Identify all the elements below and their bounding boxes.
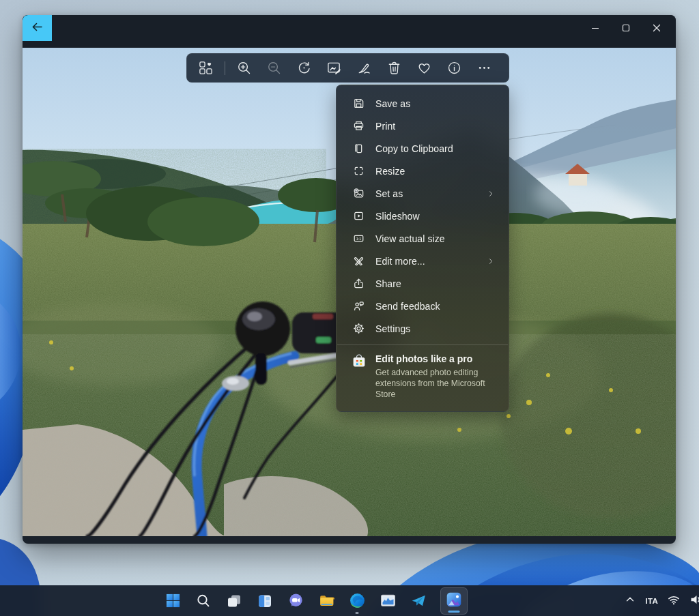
printer-icon xyxy=(352,119,365,133)
file-explorer-icon xyxy=(318,592,335,609)
actual-size-icon: 1:1 xyxy=(352,232,365,246)
teams-chat-icon xyxy=(287,592,304,609)
store-promo-texts: Edit photos like a pro Get advanced phot… xyxy=(375,353,490,400)
store-promo-title: Edit photos like a pro xyxy=(375,353,490,364)
search-icon xyxy=(195,593,212,609)
toolbar-separator xyxy=(225,61,225,75)
arrow-left-icon xyxy=(31,20,44,36)
back-button[interactable] xyxy=(23,15,52,41)
edit-image-button[interactable] xyxy=(326,59,343,76)
desktop-wallpaper: Save as Print Copy to Clipboard Resize xyxy=(0,0,699,616)
task-view-icon xyxy=(226,593,242,609)
maximize-icon xyxy=(622,23,630,35)
thumbnails-favorites-button[interactable] xyxy=(197,59,214,76)
telegram-icon xyxy=(410,592,427,609)
taskbar-app-icons xyxy=(164,585,468,616)
menu-item-resize[interactable]: Resize xyxy=(337,160,509,182)
share-icon xyxy=(352,277,365,291)
menu-item-send-feedback[interactable]: Send feedback xyxy=(337,295,509,317)
start-button[interactable] xyxy=(164,592,182,610)
system-tray: ITA xyxy=(624,585,699,616)
favorite-button[interactable] xyxy=(416,59,433,76)
close-button[interactable] xyxy=(641,16,672,41)
telegram-button[interactable] xyxy=(410,592,427,610)
slideshow-icon xyxy=(352,209,365,223)
widgets-icon xyxy=(257,593,273,609)
menu-item-label: Set as xyxy=(375,188,403,199)
photo-toolbar xyxy=(186,53,509,83)
svg-text:1:1: 1:1 xyxy=(356,237,360,241)
submenu-chevron-icon xyxy=(487,190,495,198)
delete-button[interactable] xyxy=(386,59,403,76)
edit-more-icon xyxy=(352,254,365,268)
see-more-menu: Save as Print Copy to Clipboard Resize xyxy=(336,85,509,412)
menu-item-label: Send feedback xyxy=(375,301,440,312)
zoom-out-button[interactable] xyxy=(266,59,283,76)
active-indicator xyxy=(448,611,460,613)
menu-item-label: Edit more... xyxy=(375,256,425,267)
title-bar xyxy=(23,15,676,48)
menu-item-save-as[interactable]: Save as xyxy=(337,92,509,115)
volume-button[interactable] xyxy=(689,593,699,609)
menu-item-slideshow[interactable]: Slideshow xyxy=(337,205,509,227)
menu-item-label: Settings xyxy=(375,323,410,334)
edge-icon xyxy=(349,592,366,609)
language-indicator[interactable]: ITA xyxy=(645,597,658,605)
menu-item-view-actual-size[interactable]: 1:1 View actual size xyxy=(337,227,509,250)
maximize-button[interactable] xyxy=(610,16,641,41)
menu-item-label: Save as xyxy=(375,98,410,109)
photos-app-icon xyxy=(445,591,463,611)
widgets-button[interactable] xyxy=(256,592,274,610)
file-explorer-button[interactable] xyxy=(317,592,335,610)
taskbar: ITA xyxy=(0,585,699,616)
zoom-in-button[interactable] xyxy=(236,59,253,76)
speaker-icon xyxy=(689,593,699,609)
file-info-button[interactable] xyxy=(446,59,463,76)
search-button[interactable] xyxy=(195,592,212,610)
windows-start-icon xyxy=(165,592,182,609)
resize-icon xyxy=(352,164,365,178)
store-promo-item[interactable]: Edit photos like a pro Get advanced phot… xyxy=(337,351,509,400)
menu-item-set-as[interactable]: Set as xyxy=(337,182,509,205)
teams-chat-button[interactable] xyxy=(287,592,304,610)
menu-item-label: Print xyxy=(375,121,395,132)
close-icon xyxy=(653,23,661,35)
menu-item-label: Resize xyxy=(375,166,405,177)
window-controls xyxy=(580,15,672,42)
menu-item-share[interactable]: Share xyxy=(337,272,509,295)
monitor-app-button[interactable] xyxy=(379,592,397,610)
menu-item-label: Copy to Clipboard xyxy=(375,143,453,154)
edge-button[interactable] xyxy=(348,592,366,610)
draw-button[interactable] xyxy=(356,59,373,76)
menu-item-copy-to-clipboard[interactable]: Copy to Clipboard xyxy=(337,137,509,160)
photos-app-window: Save as Print Copy to Clipboard Resize xyxy=(23,15,676,544)
tray-overflow-button[interactable] xyxy=(624,593,636,608)
wifi-icon xyxy=(667,593,681,609)
menu-item-settings[interactable]: Settings xyxy=(337,317,509,340)
task-view-button[interactable] xyxy=(225,592,243,610)
see-more-button[interactable] xyxy=(476,59,493,76)
rotate-button[interactable] xyxy=(296,59,313,76)
menu-item-print[interactable]: Print xyxy=(337,115,509,137)
menu-item-edit-more[interactable]: Edit more... xyxy=(337,250,509,272)
monitor-app-icon xyxy=(380,592,397,609)
menu-item-label: Share xyxy=(375,278,401,289)
copy-icon xyxy=(352,142,365,156)
submenu-chevron-icon xyxy=(487,257,495,265)
settings-gear-icon xyxy=(352,322,365,336)
photos-app-button[interactable] xyxy=(440,587,468,615)
save-icon xyxy=(352,97,365,111)
running-indicator xyxy=(356,612,359,614)
chevron-up-icon xyxy=(624,593,636,608)
menu-item-label: Slideshow xyxy=(375,211,420,222)
minimize-icon xyxy=(591,23,599,35)
menu-divider xyxy=(337,344,508,345)
set-as-icon xyxy=(352,187,365,201)
menu-item-label: View actual size xyxy=(375,233,445,244)
store-promo-description: Get advanced photo editing extensions fr… xyxy=(375,367,490,400)
microsoft-store-icon xyxy=(352,353,365,367)
minimize-button[interactable] xyxy=(580,16,610,41)
feedback-icon xyxy=(352,299,365,313)
wifi-button[interactable] xyxy=(667,593,681,609)
